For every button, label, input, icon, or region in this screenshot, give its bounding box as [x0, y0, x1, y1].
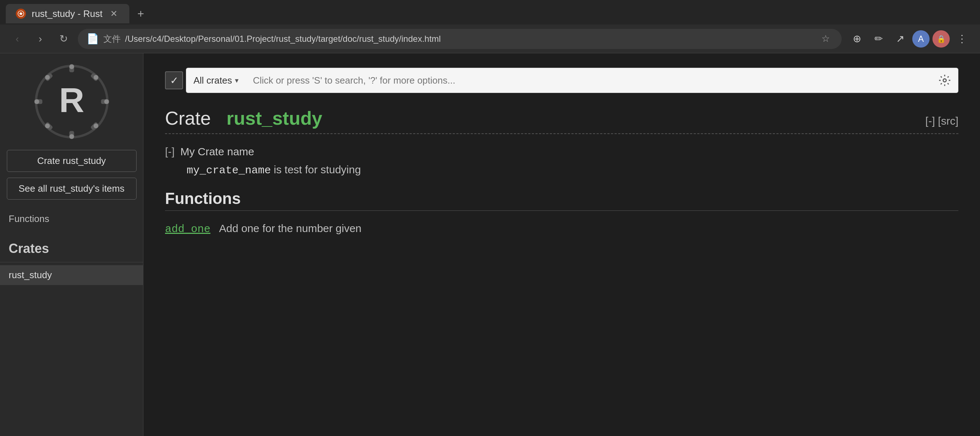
bookmark-icon[interactable]: ☆ [818, 31, 833, 46]
svg-point-18 [93, 124, 98, 128]
function-name-link[interactable]: add_one [165, 223, 210, 235]
functions-divider [165, 210, 958, 211]
profile-icon[interactable]: A [912, 30, 929, 48]
crate-header: Crate rust_study [-] [src] [165, 107, 958, 129]
browser-chrome: rust_study - Rust ✕ + ‹ › ↻ 📄 文件 /Users/… [0, 0, 980, 53]
sidebar-functions-link[interactable]: Functions [0, 211, 58, 227]
search-prefix-chevron-icon: ▾ [235, 76, 239, 85]
new-tab-button[interactable]: + [132, 5, 150, 22]
search-check[interactable] [165, 72, 183, 89]
active-tab[interactable]: rust_study - Rust ✕ [6, 4, 129, 24]
collapse-toggle-link[interactable]: [-] [925, 115, 935, 127]
search-prefix-button[interactable]: All crates ▾ [186, 68, 246, 93]
function-description: Add one for the number given [219, 222, 361, 235]
address-url: /Users/c4/Desktop/Personal/01.Project/ru… [125, 34, 813, 44]
page: R Crate rust_study See all rust_study's … [0, 53, 980, 436]
sidebar: R Crate rust_study See all rust_study's … [0, 53, 143, 436]
desc-intro-line: [-] My Crate name [165, 146, 958, 158]
search-input[interactable] [246, 68, 931, 93]
svg-point-12 [69, 134, 74, 139]
menu-icon[interactable]: ⋮ [953, 30, 971, 48]
svg-text:R: R [59, 80, 84, 119]
desc-toggle[interactable]: [-] [165, 146, 175, 158]
crate-title: Crate rust_study [165, 107, 322, 129]
svg-point-17 [45, 124, 50, 128]
back-button[interactable]: ‹ [9, 30, 26, 48]
search-settings-button[interactable] [931, 68, 958, 93]
forward-button[interactable]: › [32, 30, 49, 48]
crate-name: rust_study [227, 108, 323, 129]
desc-intro-text: My Crate name [180, 146, 254, 158]
functions-heading: Functions [165, 189, 958, 208]
crate-header-actions: [-] [src] [925, 115, 958, 127]
function-row: add_oneAdd one for the number given [165, 220, 958, 238]
tab-bar: rust_study - Rust ✕ + [0, 0, 980, 24]
pencil-icon[interactable]: ✏ [869, 30, 888, 48]
src-link[interactable]: [src] [938, 115, 958, 127]
svg-point-19 [943, 79, 947, 82]
toolbar-icons: ⊕ ✏ ↗ A 🔒 ⋮ [847, 30, 971, 48]
search-prefix-label: All crates [194, 75, 232, 86]
extensions-icon[interactable]: ⊕ [847, 30, 866, 48]
desc-rest-text: is test for studying [274, 164, 361, 175]
share-icon[interactable]: ↗ [891, 30, 909, 48]
desc-crate-name: my_crate_name [187, 164, 271, 177]
tab-close-button[interactable]: ✕ [108, 8, 119, 19]
file-label: 文件 [103, 33, 121, 45]
reload-button[interactable]: ↻ [55, 30, 72, 48]
tab-title: rust_study - Rust [32, 8, 103, 19]
address-field[interactable]: 📄 文件 /Users/c4/Desktop/Personal/01.Proje… [78, 29, 842, 49]
see-all-items-button[interactable]: See all rust_study's items [7, 178, 137, 200]
desc-section: [-] My Crate name my_crate_name is test … [165, 146, 958, 177]
search-bar-row: All crates ▾ [165, 68, 958, 93]
desc-detail-line: my_crate_name is test for studying [165, 164, 958, 177]
address-bar: ‹ › ↻ 📄 文件 /Users/c4/Desktop/Personal/01… [0, 24, 980, 53]
svg-point-14 [104, 99, 109, 104]
tab-favicon [16, 9, 26, 19]
sidebar-crates-heading: Crates [0, 241, 49, 256]
crate-word: Crate [165, 108, 211, 129]
functions-list: add_oneAdd one for the number given [165, 220, 958, 238]
crate-rust-study-button[interactable]: Crate rust_study [7, 150, 137, 172]
file-protocol-icon: 📄 [86, 33, 99, 45]
crate-section-divider [165, 133, 958, 134]
sidebar-crate-item-rust-study[interactable]: rust_study [0, 265, 143, 285]
svg-point-16 [93, 75, 98, 80]
main-content: All crates ▾ Crate rust_study [-] [src] [143, 53, 980, 436]
svg-point-13 [34, 99, 39, 104]
security-icon[interactable]: 🔒 [932, 30, 950, 48]
svg-point-15 [45, 75, 50, 80]
rust-logo: R [32, 62, 111, 141]
svg-point-11 [69, 65, 74, 69]
